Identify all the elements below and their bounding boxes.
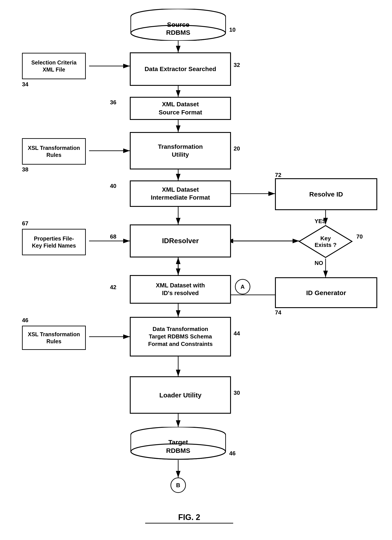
properties-file-shape: Properties File-Key Field Names	[22, 229, 86, 255]
id-generator-shape: ID Generator	[275, 277, 377, 308]
svg-text:Target: Target	[168, 439, 188, 446]
idresolver-label: IDResolver	[162, 236, 199, 245]
key-exists-id: 70	[356, 233, 363, 240]
diagram-container: Source RDBMS 10 Data Extractor Searched …	[0, 0, 392, 540]
xml-dataset-intermediate-shape: XML DatasetIntermediate Format	[130, 180, 231, 207]
transformation-utility-shape: TransformationUtility	[130, 132, 231, 170]
svg-text:Source: Source	[167, 21, 189, 28]
data-transformation-label: Data TransformationTarget RDBMS SchemaFo…	[148, 325, 213, 348]
svg-text:RDBMS: RDBMS	[166, 447, 190, 454]
id-generator-id: 74	[275, 309, 281, 316]
xml-dataset-source-id: 36	[110, 99, 116, 106]
idresolver-id: 68	[110, 233, 116, 240]
target-rdbms-id: 46	[229, 450, 236, 457]
connector-b: B	[170, 478, 186, 493]
svg-text:Key: Key	[320, 235, 331, 242]
resolve-id-shape: Resolve ID	[275, 178, 377, 210]
svg-text:RDBMS: RDBMS	[166, 29, 190, 36]
connector-a-label: A	[241, 283, 245, 290]
loader-utility-label: Loader Utility	[159, 391, 202, 399]
data-extractor-id: 32	[234, 62, 240, 68]
selection-criteria-shape: Selection CriteriaXML File	[22, 53, 86, 79]
xml-dataset-resolved-label: XML Dataset withID's resolved	[156, 282, 205, 297]
key-exists-container: Key Exists ?	[298, 225, 353, 259]
xsl-rules-1-shape: XSL TransformationRules	[22, 138, 86, 165]
connector-a-id: 42	[110, 284, 116, 291]
resolve-id-label: Resolve ID	[309, 190, 343, 199]
data-transformation-id: 44	[234, 330, 240, 337]
source-rdbms-shape: Source RDBMS	[130, 9, 227, 41]
transformation-utility-id: 20	[234, 145, 240, 152]
idresolver-shape: IDResolver	[130, 225, 231, 257]
xsl-rules-2-id: 46	[22, 317, 28, 324]
xml-dataset-intermediate-label: XML DatasetIntermediate Format	[151, 186, 210, 202]
transformation-utility-label: TransformationUtility	[158, 143, 203, 159]
properties-file-label: Properties File-Key Field Names	[32, 235, 76, 249]
loader-utility-shape: Loader Utility	[130, 376, 231, 414]
yes-label: YES	[315, 218, 326, 225]
no-label: NO	[315, 260, 323, 266]
selection-criteria-id: 34	[22, 81, 28, 88]
properties-file-id: 67	[22, 220, 28, 227]
connector-b-label: B	[176, 482, 180, 489]
resolve-id-id: 72	[275, 172, 281, 179]
data-extractor-label: Data Extractor Searched	[144, 65, 216, 73]
xml-dataset-source-label: XML DatasetSource Format	[159, 100, 202, 116]
selection-criteria-label: Selection CriteriaXML File	[31, 59, 77, 73]
data-extractor-shape: Data Extractor Searched	[130, 52, 231, 86]
fig-caption: FIG. 2	[145, 513, 233, 524]
source-rdbms-id: 10	[229, 26, 236, 33]
xml-dataset-intermediate-id: 40	[110, 183, 116, 190]
xsl-rules-2-label: XSL TransformationRules	[28, 331, 80, 345]
id-generator-label: ID Generator	[306, 289, 346, 297]
xsl-rules-1-id: 38	[22, 166, 28, 173]
xml-dataset-source-shape: XML DatasetSource Format	[130, 97, 231, 120]
data-transformation-shape: Data TransformationTarget RDBMS SchemaFo…	[130, 317, 231, 356]
svg-text:Exists ?: Exists ?	[315, 242, 337, 248]
target-rdbms-shape: Target RDBMS	[130, 427, 227, 460]
connector-a: A	[235, 279, 250, 295]
loader-utility-id: 30	[234, 390, 240, 396]
xsl-rules-2-shape: XSL TransformationRules	[22, 326, 86, 350]
xsl-rules-1-label: XSL TransformationRules	[28, 144, 80, 159]
xml-dataset-resolved-shape: XML Dataset withID's resolved	[130, 275, 231, 304]
